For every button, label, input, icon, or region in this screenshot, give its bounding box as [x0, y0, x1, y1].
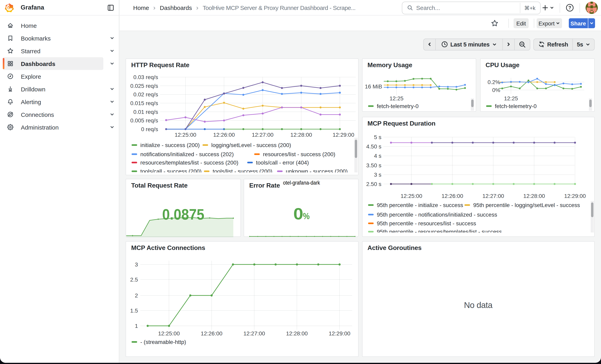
svg-text:?: ?	[568, 5, 571, 10]
